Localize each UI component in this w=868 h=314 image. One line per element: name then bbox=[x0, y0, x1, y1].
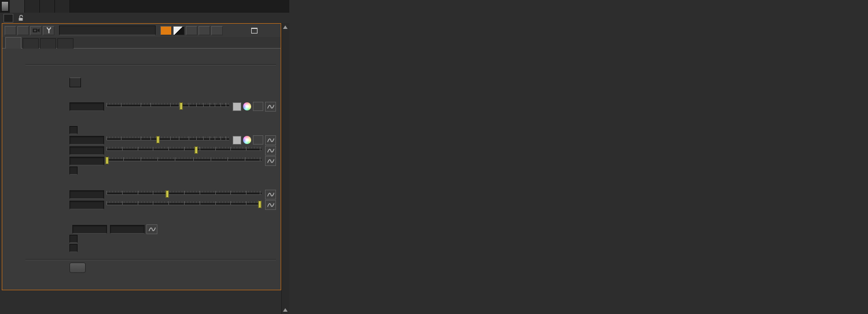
scroll-down-icon[interactable] bbox=[283, 308, 288, 312]
color-swatch-button[interactable] bbox=[233, 136, 241, 145]
tick-mark bbox=[153, 201, 153, 205]
undo-button[interactable] bbox=[186, 26, 197, 35]
animation-curve-button[interactable] bbox=[265, 156, 276, 166]
slider-handle[interactable] bbox=[259, 201, 262, 208]
tick-mark bbox=[245, 157, 245, 161]
tab-readmyscript[interactable] bbox=[55, 0, 70, 13]
node-name-input[interactable] bbox=[59, 25, 156, 35]
tick-mark bbox=[138, 147, 138, 150]
tick-mark bbox=[141, 157, 141, 161]
tick-mark bbox=[209, 103, 210, 106]
tab-full-frame-view[interactable] bbox=[5, 37, 21, 49]
expand-channels-button[interactable] bbox=[253, 135, 263, 145]
slider-track[interactable] bbox=[106, 146, 262, 156]
slider-handle[interactable] bbox=[165, 190, 168, 198]
slider-handle[interactable] bbox=[157, 136, 160, 143]
property-row bbox=[2, 234, 276, 243]
soft-vignette-input[interactable] bbox=[69, 201, 104, 209]
node-color-button[interactable] bbox=[160, 26, 172, 35]
scroll-up-icon[interactable] bbox=[283, 25, 288, 29]
help-button[interactable] bbox=[230, 26, 241, 35]
collapse-panel-icon[interactable] bbox=[5, 26, 16, 35]
exposure-input[interactable] bbox=[69, 190, 104, 199]
animation-curve-button[interactable] bbox=[265, 135, 276, 145]
tick-mark bbox=[150, 103, 151, 106]
property-row bbox=[2, 215, 276, 224]
snapshot-camera-icon[interactable] bbox=[30, 26, 42, 35]
dropdown-shots[interactable] bbox=[69, 77, 81, 87]
slider-track[interactable] bbox=[106, 200, 262, 210]
slider-groove bbox=[106, 138, 229, 141]
slider-handle[interactable] bbox=[180, 102, 183, 110]
tick-mark bbox=[215, 136, 215, 140]
manage-knobs-wrench-icon[interactable] bbox=[43, 26, 54, 35]
tick-mark bbox=[122, 147, 123, 150]
slider-groove bbox=[106, 105, 229, 107]
tick-mark bbox=[106, 136, 107, 140]
checkbox-reflection-and-shade-ball[interactable] bbox=[69, 244, 78, 252]
tab-progress[interactable] bbox=[25, 0, 40, 13]
float-panel-button[interactable] bbox=[248, 26, 260, 35]
x-input[interactable] bbox=[72, 225, 107, 234]
slider-track[interactable] bbox=[106, 190, 262, 200]
panel-tabbar bbox=[2, 37, 281, 49]
tab-model-measure[interactable] bbox=[23, 38, 39, 49]
color-wheel-icon[interactable] bbox=[243, 136, 251, 144]
checkbox-information-about-the-shot[interactable] bbox=[69, 235, 78, 243]
unlock-icon[interactable] bbox=[18, 14, 24, 21]
tick-mark bbox=[196, 103, 197, 106]
tick-mark bbox=[196, 136, 197, 140]
tick-mark bbox=[220, 136, 221, 140]
property-row bbox=[2, 145, 276, 156]
animation-curve-button[interactable] bbox=[265, 200, 276, 210]
panel-header bbox=[2, 24, 281, 37]
color-swatch-button[interactable] bbox=[233, 102, 241, 111]
y-input[interactable] bbox=[110, 225, 145, 234]
gridcolourpick-input[interactable] bbox=[69, 136, 104, 145]
animation-curve-button[interactable] bbox=[265, 102, 276, 112]
expand-channels-button[interactable] bbox=[253, 102, 263, 111]
slider-track[interactable] bbox=[106, 102, 229, 112]
property-row bbox=[2, 273, 276, 283]
redo-button[interactable] bbox=[198, 26, 210, 35]
property-row bbox=[2, 224, 276, 234]
tick-mark bbox=[227, 157, 228, 161]
slider-groove bbox=[106, 159, 262, 161]
tick-mark bbox=[246, 191, 247, 194]
website-button[interactable] bbox=[69, 263, 86, 273]
tab-pixel-analyzer[interactable] bbox=[40, 0, 55, 13]
grid-size-input[interactable] bbox=[69, 146, 104, 155]
tab-thumbnails[interactable] bbox=[40, 38, 56, 49]
thickness-input[interactable] bbox=[69, 157, 104, 165]
tick-mark bbox=[260, 147, 260, 150]
revert-button[interactable] bbox=[211, 26, 223, 35]
animation-curve-button[interactable] bbox=[265, 190, 276, 200]
bg-input[interactable] bbox=[69, 102, 104, 111]
pane-menu-icon[interactable] bbox=[1, 1, 9, 12]
tick-mark bbox=[230, 191, 231, 194]
slider-track[interactable] bbox=[106, 156, 262, 166]
tab-properties[interactable] bbox=[10, 0, 25, 13]
black-white-swatch-button[interactable] bbox=[173, 26, 185, 35]
property-row bbox=[2, 52, 276, 62]
spacer bbox=[2, 175, 276, 180]
checkbox-subdivide-grid[interactable] bbox=[69, 167, 78, 175]
animation-curve-button[interactable] bbox=[146, 224, 157, 234]
node-panel bbox=[2, 23, 281, 290]
properties-count[interactable] bbox=[3, 14, 13, 23]
tab-node[interactable] bbox=[57, 38, 73, 49]
pane-thumbnails bbox=[579, 0, 868, 314]
slider-handle[interactable] bbox=[106, 157, 109, 164]
spacer bbox=[2, 87, 276, 92]
checkbox-off[interactable] bbox=[69, 126, 78, 134]
slider-track[interactable] bbox=[106, 135, 229, 145]
property-row bbox=[2, 180, 276, 189]
scrollbar[interactable] bbox=[281, 23, 289, 314]
slider-handle[interactable] bbox=[195, 146, 198, 154]
color-wheel-icon[interactable] bbox=[243, 102, 251, 110]
animation-curve-button[interactable] bbox=[265, 146, 276, 156]
center-node-icon[interactable] bbox=[17, 26, 29, 35]
close-panel-button[interactable] bbox=[267, 26, 278, 35]
tick-mark bbox=[168, 201, 169, 205]
tick-mark bbox=[230, 201, 231, 205]
